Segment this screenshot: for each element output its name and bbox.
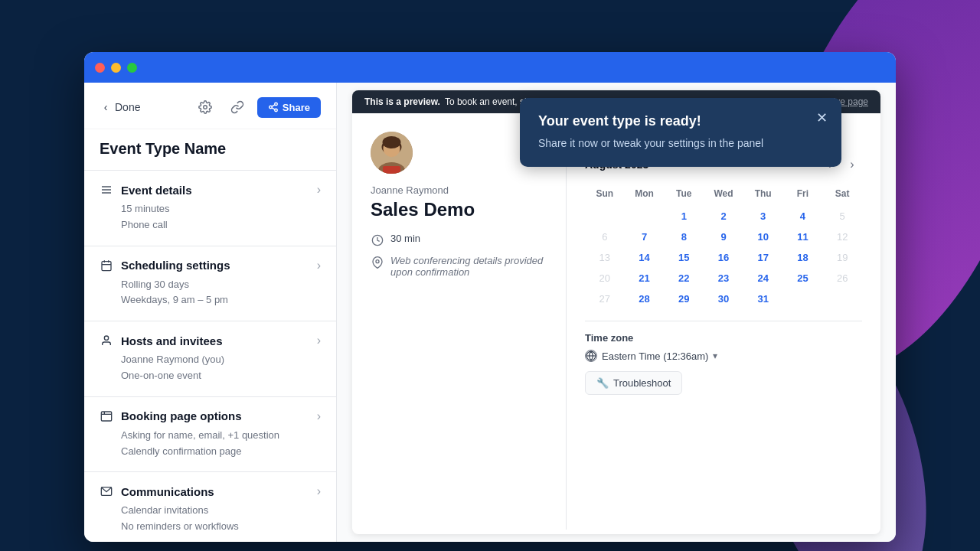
clock-icon	[371, 233, 384, 247]
share-icon	[268, 102, 279, 112]
section-scheduling-header[interactable]: Scheduling settings ›	[100, 259, 321, 272]
preview-area: Your event type is ready! Share it now o…	[337, 83, 896, 542]
share-button[interactable]: Share	[257, 97, 321, 118]
cal-day-21[interactable]: 21	[625, 269, 665, 288]
svg-point-1	[275, 103, 278, 106]
cal-day-14[interactable]: 14	[625, 248, 665, 267]
close-notification-button[interactable]: ✕	[812, 109, 831, 127]
event-name-label: Sales Demo	[371, 199, 547, 220]
reminders: No reminders or workflows	[121, 519, 321, 535]
calendar-panel: Select a Date & Time August 2023 ‹ › Sun	[567, 113, 880, 530]
svg-rect-9	[102, 261, 111, 270]
cal-day-17[interactable]: 17	[743, 248, 783, 267]
timezone-section: Time zone Eastern Time (12:36am)	[585, 321, 862, 395]
cal-cell-empty	[783, 289, 823, 308]
calendar-week-3: 13 14 15 16 17 18 19	[585, 248, 862, 267]
cal-day-24[interactable]: 24	[743, 269, 783, 288]
calendar-grid: Sun Mon Tue Wed Thu Fri Sat	[585, 185, 862, 308]
day-header-wed: Wed	[704, 185, 743, 202]
cal-day-10[interactable]: 10	[743, 227, 783, 246]
confirmation-page: Calendly confirmation page	[121, 444, 321, 460]
cal-day-30[interactable]: 30	[704, 289, 743, 308]
location-text: Web conferencing details provided upon c…	[390, 255, 547, 278]
svg-point-25	[376, 260, 379, 263]
cal-day-25[interactable]: 25	[783, 269, 823, 288]
calendar-header-row: Sun Mon Tue Wed Thu Fri Sat	[585, 185, 862, 202]
cal-day-8[interactable]: 8	[664, 227, 704, 246]
section-scheduling[interactable]: Scheduling settings › Rolling 30 days We…	[84, 246, 336, 322]
cal-day-23[interactable]: 23	[704, 269, 743, 288]
host-avatar	[371, 132, 413, 174]
timezone-label: Time zone	[585, 332, 862, 344]
cal-day-18[interactable]: 18	[783, 248, 823, 267]
section-title-row: Booking page options	[100, 409, 242, 423]
event-duration-item: 30 min	[371, 233, 547, 247]
cal-day-2[interactable]: 2	[704, 207, 743, 226]
svg-point-0	[204, 106, 207, 109]
section-event-details[interactable]: Event details › 15 minutes Phone call	[84, 171, 336, 246]
timezone-selector[interactable]: Eastern Time (12:36am) ▾	[585, 350, 862, 362]
cal-day-22[interactable]: 22	[664, 269, 704, 288]
event-type-name: Event Type Name	[84, 129, 336, 171]
event-type-description: One-on-one event	[121, 368, 321, 384]
host-name: Joanne Raymond (you)	[121, 352, 321, 368]
location-icon	[371, 256, 384, 269]
section-title-event-details: Event details	[121, 184, 192, 197]
cal-day-16[interactable]: 16	[704, 248, 743, 267]
cal-day-15[interactable]: 15	[664, 248, 704, 267]
cal-day-11[interactable]: 11	[783, 227, 823, 246]
back-button[interactable]: ‹ Done	[100, 101, 140, 113]
close-button[interactable]	[95, 63, 105, 73]
cal-day-9[interactable]: 9	[704, 227, 743, 246]
section-booking-header[interactable]: Booking page options ›	[100, 409, 321, 423]
troubleshoot-button[interactable]: 🔧 Troubleshoot	[585, 371, 682, 395]
back-label: Done	[115, 101, 140, 113]
rolling-days: Rolling 30 days	[121, 277, 321, 293]
chevron-left-icon: ‹	[100, 101, 112, 113]
menu-icon	[100, 183, 113, 197]
day-header-fri: Fri	[783, 185, 823, 202]
section-communications[interactable]: Communications › Calendar invitations No…	[84, 472, 336, 542]
chevron-right-icon: ›	[317, 259, 321, 272]
cal-day-31[interactable]: 31	[743, 289, 783, 308]
timezone-value: Eastern Time (12:36am)	[602, 350, 708, 362]
svg-point-2	[270, 106, 273, 109]
next-month-button[interactable]: ›	[842, 155, 862, 174]
section-booking[interactable]: Booking page options › Asking for name, …	[84, 397, 336, 473]
svg-point-21	[383, 136, 401, 148]
maximize-button[interactable]	[127, 63, 137, 73]
link-icon-button[interactable]	[225, 95, 250, 119]
event-info-panel: Joanne Raymond Sales Demo 30 m	[352, 113, 567, 530]
cal-day-29[interactable]: 29	[664, 289, 704, 308]
cal-day-1[interactable]: 1	[664, 207, 704, 226]
traffic-lights	[95, 63, 137, 73]
section-comms-body: Calendar invitations No reminders or wor…	[100, 503, 321, 535]
section-hosts-header[interactable]: Hosts and invitees ›	[100, 334, 321, 347]
settings-icon-button[interactable]	[193, 95, 217, 119]
notification-body: Share it now or tweak your settings in t…	[538, 135, 823, 152]
minimize-button[interactable]	[111, 63, 121, 73]
cal-cell-empty	[625, 207, 665, 226]
share-label: Share	[283, 102, 310, 113]
section-hosts-invitees[interactable]: Hosts and invitees › Joanne Raymond (you…	[84, 321, 336, 397]
section-comms-header[interactable]: Communications ›	[100, 484, 321, 498]
sidebar: ‹ Done	[84, 83, 337, 542]
section-title-row: Event details	[100, 183, 192, 197]
cal-day-5: 5	[822, 207, 862, 226]
svg-rect-23	[383, 166, 400, 174]
event-location-item: Web conferencing details provided upon c…	[371, 255, 547, 278]
cal-day-28[interactable]: 28	[625, 289, 665, 308]
cal-day-3[interactable]: 3	[743, 207, 783, 226]
section-event-details-header[interactable]: Event details ›	[100, 183, 321, 197]
preview-body: Joanne Raymond Sales Demo 30 m	[352, 113, 880, 530]
section-title-comms: Communications	[121, 485, 214, 498]
day-header-sat: Sat	[822, 185, 862, 202]
section-hosts-body: Joanne Raymond (you) One-on-one event	[100, 352, 321, 384]
event-meta: 30 min Web conferencing details provided	[371, 233, 547, 278]
cal-day-7[interactable]: 7	[625, 227, 665, 246]
calendar-week-1: 1 2 3 4 5	[585, 207, 862, 226]
cal-day-4[interactable]: 4	[783, 207, 823, 226]
section-title-hosts: Hosts and invitees	[121, 334, 223, 347]
svg-line-5	[272, 105, 275, 106]
troubleshoot-label: Troubleshoot	[613, 377, 671, 389]
